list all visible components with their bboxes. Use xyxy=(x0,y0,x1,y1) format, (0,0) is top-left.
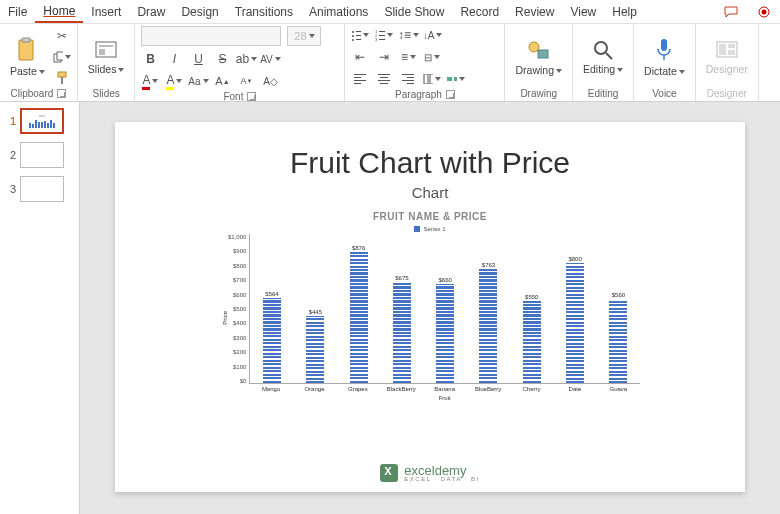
svg-rect-47 xyxy=(728,44,735,48)
increase-indent-button[interactable]: ⇥ xyxy=(375,48,393,66)
smartart-button[interactable] xyxy=(447,70,465,88)
svg-rect-34 xyxy=(407,83,414,84)
decrease-font-button[interactable]: A▼ xyxy=(237,72,255,90)
increase-font-button[interactable]: A▲ xyxy=(213,72,231,90)
slide-title[interactable]: Fruit Chart with Price xyxy=(290,146,570,180)
dictate-button[interactable]: Dictate xyxy=(640,35,689,79)
menu-file[interactable]: File xyxy=(0,0,35,23)
italic-button[interactable]: I xyxy=(165,50,183,68)
copy-icon[interactable] xyxy=(53,48,71,66)
font-family-picker[interactable] xyxy=(141,26,281,46)
editing-button[interactable]: Editing xyxy=(579,37,627,77)
slide-canvas[interactable]: Fruit Chart with Price Chart FRUIT NAME … xyxy=(115,122,745,492)
group-paragraph: 123 ↕≡ ↓A ⇤ ⇥ ≡ ⊟ Paragraph xyxy=(345,24,505,101)
svg-rect-43 xyxy=(661,39,667,51)
group-drawing: Drawing Drawing xyxy=(505,24,573,101)
drawing-label: Drawing xyxy=(520,88,557,99)
align-left-button[interactable] xyxy=(351,70,369,88)
chart-ylabel: Price xyxy=(220,311,228,325)
svg-rect-9 xyxy=(99,45,113,47)
record-icon[interactable] xyxy=(748,0,780,23)
underline-button[interactable]: U xyxy=(189,50,207,68)
drawing-icon xyxy=(526,38,552,62)
designer-button[interactable]: Designer xyxy=(702,37,752,77)
paste-button[interactable]: Paste xyxy=(6,35,49,79)
slide-area[interactable]: Fruit Chart with Price Chart FRUIT NAME … xyxy=(80,102,780,514)
voice-label: Voice xyxy=(652,88,676,99)
clipboard-launcher-icon[interactable] xyxy=(57,89,66,98)
strikethrough-button[interactable]: S xyxy=(213,50,231,68)
cut-icon[interactable]: ✂ xyxy=(53,27,71,45)
menu-home[interactable]: Home xyxy=(35,0,83,23)
editing-label: Editing xyxy=(588,88,619,99)
font-launcher-icon[interactable] xyxy=(247,92,256,101)
menu-draw[interactable]: Draw xyxy=(129,0,173,23)
svg-point-15 xyxy=(352,39,354,41)
menu-slideshow[interactable]: Slide Show xyxy=(376,0,452,23)
drawing-button[interactable]: Drawing xyxy=(511,36,566,78)
microphone-icon xyxy=(654,37,674,63)
chart-xaxis: MangoOrangeGrapesBlackBerryBananaBlueBer… xyxy=(249,384,640,392)
columns-button[interactable] xyxy=(423,70,441,88)
paragraph-launcher-icon[interactable] xyxy=(446,90,455,99)
menu-animations[interactable]: Animations xyxy=(301,0,376,23)
svg-rect-48 xyxy=(728,50,735,55)
menu-record[interactable]: Record xyxy=(452,0,507,23)
svg-rect-33 xyxy=(402,80,414,81)
font-size-picker[interactable]: 28 xyxy=(287,26,321,46)
svg-rect-27 xyxy=(378,74,390,75)
svg-rect-7 xyxy=(61,77,63,84)
change-case-button[interactable]: Aa xyxy=(189,72,207,90)
line-spacing-button[interactable]: ↕≡ xyxy=(399,26,417,44)
align-text-button[interactable]: ≡ xyxy=(399,48,417,66)
clear-formatting-button[interactable]: A◇ xyxy=(261,72,279,90)
svg-rect-35 xyxy=(424,74,428,84)
svg-line-42 xyxy=(606,53,612,59)
chart-object[interactable]: FRUIT NAME & PRICE Series 1 Price $1,000… xyxy=(220,211,640,401)
slides-icon xyxy=(94,39,118,61)
menu-help[interactable]: Help xyxy=(604,0,645,23)
highlight-button[interactable]: A xyxy=(165,72,183,90)
svg-rect-46 xyxy=(719,44,726,55)
bullets-button[interactable] xyxy=(351,26,369,44)
menu-insert[interactable]: Insert xyxy=(83,0,129,23)
chart-yaxis: $1,000$900$800$700$600$500$400$300$200$1… xyxy=(228,234,249,384)
align-vertical-button[interactable]: ⊟ xyxy=(423,48,441,66)
group-voice: Dictate Voice xyxy=(634,24,696,101)
comments-icon[interactable] xyxy=(714,0,748,23)
text-shadow-button[interactable]: ab xyxy=(237,50,255,68)
menu-review[interactable]: Review xyxy=(507,0,562,23)
thumb-3[interactable]: 3 xyxy=(4,176,75,202)
slides-button[interactable]: Slides xyxy=(84,37,129,77)
group-editing: Editing Editing xyxy=(573,24,634,101)
svg-rect-37 xyxy=(447,77,452,81)
svg-rect-25 xyxy=(354,80,366,81)
menu-view[interactable]: View xyxy=(562,0,604,23)
svg-rect-3 xyxy=(22,38,30,42)
svg-rect-30 xyxy=(380,83,388,84)
svg-rect-28 xyxy=(380,77,388,78)
svg-rect-22 xyxy=(379,39,385,40)
svg-rect-31 xyxy=(402,74,414,75)
text-direction-button[interactable]: ↓A xyxy=(423,26,441,44)
character-spacing-button[interactable]: AV xyxy=(261,50,279,68)
svg-rect-36 xyxy=(430,74,433,84)
svg-rect-2 xyxy=(19,40,33,60)
format-painter-icon[interactable] xyxy=(53,69,71,87)
slide-subtitle[interactable]: Chart xyxy=(412,184,449,201)
align-right-button[interactable] xyxy=(399,70,417,88)
menu-design[interactable]: Design xyxy=(173,0,226,23)
numbering-button[interactable]: 123 xyxy=(375,26,393,44)
svg-point-13 xyxy=(352,35,354,37)
font-color-button[interactable]: A xyxy=(141,72,159,90)
align-center-button[interactable] xyxy=(375,70,393,88)
designer-icon xyxy=(715,39,739,61)
workspace: 1 ━━━ 2 3 Fruit Chart with Price Chart F… xyxy=(0,102,780,514)
svg-rect-14 xyxy=(356,35,361,36)
thumb-2[interactable]: 2 xyxy=(4,142,75,168)
thumb-1[interactable]: 1 ━━━ xyxy=(4,108,75,134)
clipboard-label: Clipboard xyxy=(11,88,54,99)
decrease-indent-button[interactable]: ⇤ xyxy=(351,48,369,66)
menu-transitions[interactable]: Transitions xyxy=(227,0,301,23)
bold-button[interactable]: B xyxy=(141,50,159,68)
